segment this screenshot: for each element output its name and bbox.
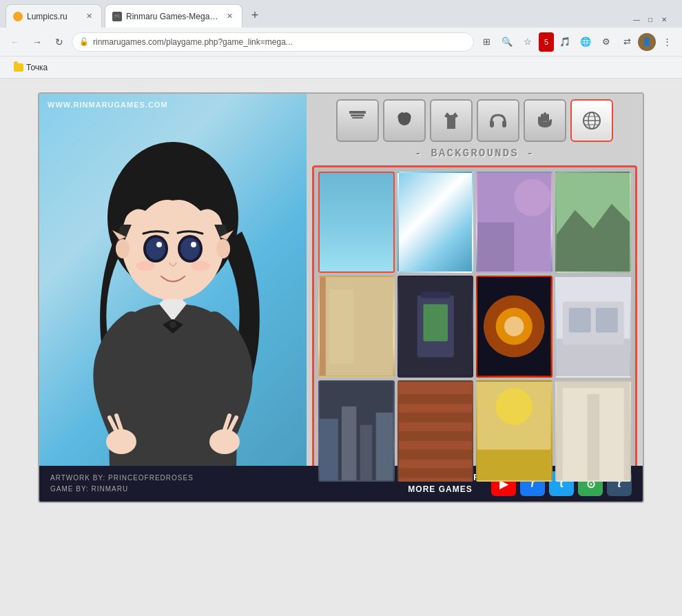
svg-rect-66 bbox=[399, 431, 473, 440]
outfit-btn[interactable] bbox=[430, 99, 473, 142]
game-main: www.rinmarugames.com bbox=[39, 94, 643, 466]
bookmark-star[interactable]: ☆ bbox=[518, 32, 537, 52]
bg-thumb-7[interactable] bbox=[476, 276, 552, 377]
nav-actions: ⊞ 🔍 ☆ 5 🎵 🌐 ⚙ ⇄ 👤 ⋮ bbox=[477, 32, 676, 52]
address-bar[interactable]: 🔓 rinmarugames.com/playgame.php?game_lin… bbox=[72, 32, 474, 52]
bookmarks-bar: Точка bbox=[0, 57, 682, 79]
forward-button[interactable]: → bbox=[28, 32, 47, 52]
svg-rect-74 bbox=[557, 382, 563, 480]
globe-btn[interactable] bbox=[570, 99, 613, 142]
bg-thumb-11[interactable] bbox=[476, 380, 552, 482]
watermark: www.rinmarugames.com bbox=[48, 101, 168, 109]
tab-close-2[interactable]: ✕ bbox=[224, 11, 235, 22]
tab-rinmaru[interactable]: 🎮 Rinmaru Games-Mega Anime Av... ✕ bbox=[105, 4, 242, 28]
bg-thumb-4[interactable] bbox=[555, 172, 632, 273]
extension-btn-1[interactable]: 5 bbox=[539, 32, 554, 52]
svg-rect-29 bbox=[541, 114, 544, 123]
controls-panel: - BACKGROUNDS - bbox=[307, 94, 643, 466]
bg-thumb-9[interactable] bbox=[318, 380, 395, 482]
svg-rect-30 bbox=[546, 114, 549, 123]
profile-avatar[interactable]: 👤 bbox=[638, 33, 656, 51]
bg-thumb-3[interactable] bbox=[476, 172, 552, 273]
bg-thumb-5[interactable] bbox=[318, 276, 395, 377]
svg-rect-22 bbox=[349, 111, 366, 114]
extension-btn-3[interactable]: 🌐 bbox=[576, 32, 595, 52]
svg-point-10 bbox=[180, 238, 200, 260]
svg-point-39 bbox=[514, 179, 550, 216]
svg-rect-23 bbox=[351, 114, 364, 116]
new-tab-button[interactable]: + bbox=[245, 6, 265, 25]
section-label: - BACKGROUNDS - bbox=[312, 147, 637, 160]
bg-thumb-10[interactable] bbox=[397, 380, 474, 482]
search-button[interactable]: 🔍 bbox=[497, 32, 517, 52]
hand-btn[interactable] bbox=[524, 99, 566, 142]
tab-favicon-2: 🎮 bbox=[112, 12, 122, 21]
svg-point-52 bbox=[504, 317, 524, 337]
svg-rect-56 bbox=[568, 308, 590, 333]
svg-rect-57 bbox=[595, 308, 617, 333]
svg-rect-44 bbox=[329, 289, 354, 363]
minimize-button[interactable]: — bbox=[632, 15, 641, 23]
tab-lumpics[interactable]: Lumpics.ru ✕ bbox=[6, 4, 102, 28]
svg-rect-73 bbox=[557, 382, 630, 388]
svg-rect-59 bbox=[320, 418, 338, 480]
maximize-button[interactable]: □ bbox=[646, 15, 654, 23]
svg-point-11 bbox=[156, 242, 162, 247]
svg-rect-64 bbox=[399, 394, 473, 404]
character-svg bbox=[63, 121, 283, 466]
tab-title-2: Rinmaru Games-Mega Anime Av... bbox=[126, 12, 220, 21]
extension-btn-2[interactable]: 🎵 bbox=[555, 32, 575, 52]
bookmark-label: Точка bbox=[26, 63, 48, 72]
credits-line-2: GAME BY: RINMARU bbox=[50, 484, 389, 495]
sync-button[interactable]: ⇄ bbox=[617, 32, 637, 52]
svg-point-71 bbox=[496, 388, 533, 425]
bookmark-tochka[interactable]: Точка bbox=[8, 61, 53, 74]
hair-btn[interactable] bbox=[383, 99, 426, 142]
svg-rect-65 bbox=[399, 412, 473, 422]
translate-button[interactable]: ⊞ bbox=[477, 32, 496, 52]
svg-rect-48 bbox=[420, 292, 450, 298]
svg-point-12 bbox=[191, 242, 196, 247]
svg-rect-47 bbox=[423, 305, 448, 342]
svg-rect-76 bbox=[587, 394, 599, 480]
svg-point-4 bbox=[216, 239, 230, 258]
tab-close-1[interactable]: ✕ bbox=[83, 11, 94, 22]
background-grid bbox=[312, 165, 637, 488]
svg-point-16 bbox=[106, 429, 136, 454]
svg-rect-28 bbox=[544, 112, 546, 122]
extensions-button[interactable]: ⚙ bbox=[597, 32, 616, 52]
bg-thumb-2[interactable] bbox=[397, 172, 474, 273]
svg-point-17 bbox=[209, 429, 240, 454]
bg-thumb-6[interactable] bbox=[397, 276, 474, 377]
bg-thumb-12[interactable] bbox=[555, 380, 632, 482]
svg-rect-24 bbox=[352, 117, 363, 119]
bg-thumb-8[interactable] bbox=[555, 276, 632, 377]
close-button[interactable]: ✕ bbox=[660, 15, 668, 23]
svg-rect-43 bbox=[320, 277, 326, 376]
back-button[interactable]: ← bbox=[6, 32, 25, 52]
page-content: www.rinmarugames.com bbox=[0, 79, 682, 602]
svg-point-13 bbox=[136, 261, 155, 271]
bottom-scrollbar[interactable] bbox=[0, 602, 682, 616]
browser-window: Lumpics.ru ✕ 🎮 Rinmaru Games-Mega Anime … bbox=[0, 0, 682, 616]
cta-line-2: MORE GAMES bbox=[400, 484, 480, 495]
tab-bar: Lumpics.ru ✕ 🎮 Rinmaru Games-Mega Anime … bbox=[0, 0, 682, 28]
svg-rect-60 bbox=[342, 406, 356, 480]
svg-point-14 bbox=[191, 261, 210, 271]
security-icon: 🔓 bbox=[79, 37, 89, 46]
url-text: rinmarugames.com/playgame.php?game_link=… bbox=[93, 37, 466, 47]
svg-rect-75 bbox=[623, 382, 630, 480]
menu-button[interactable]: ⋮ bbox=[657, 32, 676, 52]
window-controls: — □ ✕ bbox=[632, 15, 676, 28]
svg-rect-27 bbox=[502, 121, 506, 127]
reload-button[interactable]: ↻ bbox=[50, 32, 69, 52]
svg-rect-62 bbox=[376, 412, 393, 480]
svg-rect-38 bbox=[477, 223, 514, 272]
svg-rect-70 bbox=[477, 449, 551, 480]
character-btn[interactable] bbox=[336, 99, 379, 142]
tab-favicon-1 bbox=[13, 12, 23, 21]
bg-thumb-1[interactable] bbox=[318, 172, 395, 273]
svg-rect-61 bbox=[360, 424, 373, 480]
headphones-btn[interactable] bbox=[477, 99, 519, 142]
game-container: www.rinmarugames.com bbox=[38, 92, 644, 503]
